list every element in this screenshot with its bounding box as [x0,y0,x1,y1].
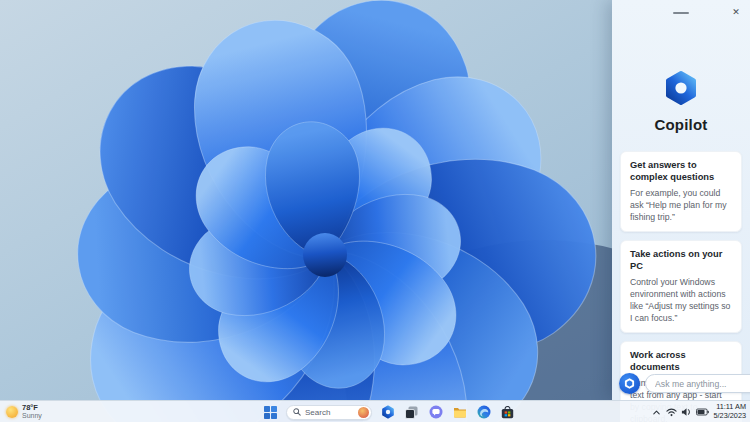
card-title: Take actions on your PC [630,248,732,272]
taskbar: 78°F Sunny Search [0,400,750,422]
chat-button[interactable] [427,404,444,421]
card-body: For example, you could ask “Help me plan… [630,187,732,223]
copilot-badge-icon [619,373,640,394]
edge-icon [477,405,491,419]
bing-daily-thumb [358,407,369,418]
copilot-taskbar-icon [381,405,395,419]
start-button[interactable] [262,404,279,421]
start-icon [264,406,277,419]
card-title: Work across documents [630,349,732,373]
weather-text: 78°F Sunny [22,404,42,421]
sun-icon [6,406,18,418]
chevron-up-icon [652,408,661,417]
card-complex-questions[interactable]: Get answers to complex questions For exa… [620,151,742,232]
panel-drag-handle[interactable] [673,12,689,14]
search-label: Search [305,408,354,417]
weather-temperature: 78°F [22,404,42,413]
task-view-button[interactable] [403,404,420,421]
tray-clock[interactable]: 11:11 AM 5/23/2023 [714,403,746,421]
system-tray: 11:11 AM 5/23/2023 [652,401,746,422]
task-view-icon [405,406,418,419]
copilot-chat-input[interactable] [645,374,750,393]
file-explorer-icon [453,405,467,419]
battery-icon [696,408,709,416]
copilot-panel: ✕ Copilot Get answers to complex questio… [612,0,750,400]
desktop-screen: ✕ Copilot Get answers to complex questio… [0,0,750,422]
tray-overflow-button[interactable] [652,408,661,417]
search-icon [293,408,301,416]
copilot-mini-hex-icon [624,378,635,389]
clock-date: 5/23/2023 [714,412,746,421]
file-explorer-button[interactable] [451,404,468,421]
store-button[interactable] [499,404,516,421]
copilot-logo [663,70,699,106]
copilot-input-row [619,373,744,394]
volume-icon [681,407,692,417]
card-body: Control your Windows environment with ac… [630,276,732,324]
card-take-actions[interactable]: Take actions on your PC Control your Win… [620,240,742,333]
wifi-icon [666,407,677,417]
copilot-logo-wrap [612,70,750,106]
taskbar-search[interactable]: Search [286,405,372,420]
card-title: Get answers to complex questions [630,159,732,183]
taskbar-copilot-button[interactable] [379,404,396,421]
close-icon[interactable]: ✕ [729,5,743,19]
weather-widget[interactable]: 78°F Sunny [6,401,42,422]
weather-condition: Sunny [22,412,42,420]
tray-status-icons[interactable] [666,407,709,417]
copilot-title: Copilot [612,116,750,133]
store-icon [501,406,514,419]
taskbar-center: Search [262,401,516,422]
copilot-panel-header: ✕ [612,0,750,22]
chat-icon [429,405,443,419]
edge-button[interactable] [475,404,492,421]
